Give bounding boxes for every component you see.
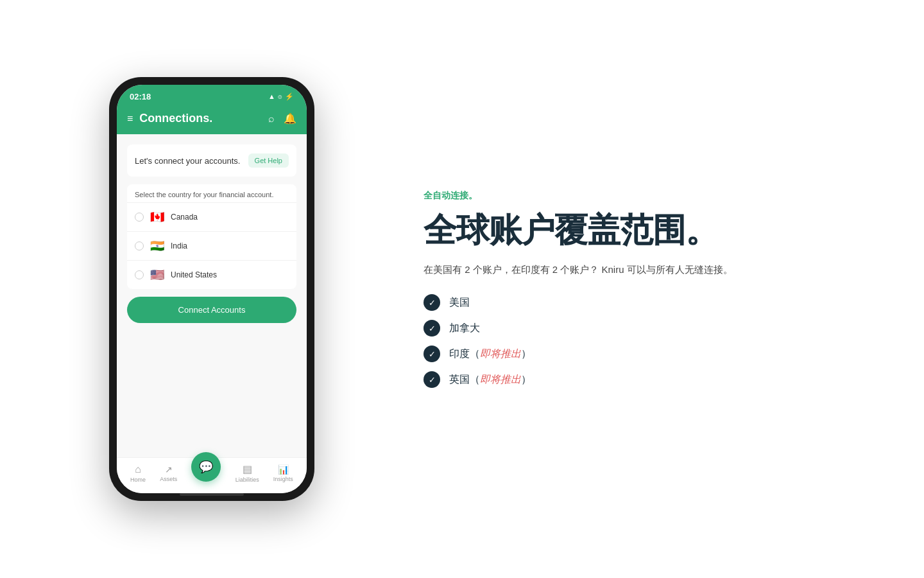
wifi-icon: ⌾ [278, 92, 282, 100]
feature-list: ✓ 美国 ✓ 加拿大 ✓ 印度（即将推出） ✓ 英国（即将推出） [424, 294, 873, 388]
connect-accounts-button[interactable]: Connect Accounts [127, 297, 296, 323]
country-item-us[interactable]: 🇺🇸 United States [127, 260, 296, 289]
content-subtitle: 全自动连接。 [424, 190, 873, 202]
menu-icon[interactable]: ≡ [127, 113, 133, 125]
feature-india: ✓ 印度（即将推出） [424, 346, 873, 362]
app-content: Let's connect your accounts. Get Help Se… [117, 134, 307, 457]
get-help-button[interactable]: Get Help [248, 153, 289, 168]
nav-home-label: Home [130, 477, 146, 483]
content-section: 全自动连接。 全球账户覆盖范围。 在美国有 2 个账户，在印度有 2 个账户？ … [372, 190, 873, 389]
connect-header: Let's connect your accounts. Get Help [127, 144, 296, 177]
nav-assets-label: Assets [160, 476, 177, 482]
feature-usa: ✓ 美国 [424, 294, 873, 311]
home-icon: ⌂ [135, 464, 141, 475]
search-icon[interactable]: ⌕ [268, 113, 275, 125]
nav-insights[interactable]: 📊 Insights [273, 464, 293, 482]
connect-header-text: Let's connect your accounts. [135, 156, 240, 166]
bottom-nav: ⌂ Home ↗ Assets 💬 ▤ Liabilities [117, 457, 307, 493]
assets-icon: ↗ [165, 464, 173, 475]
content-description: 在美国有 2 个账户，在印度有 2 个账户？ Kniru 可以与所有人无缝连接。 [424, 261, 757, 278]
canada-name: Canada [171, 213, 198, 222]
feature-uk-text: 英国（即将推出） [449, 373, 531, 387]
app-title: Connections. [139, 112, 212, 125]
nav-assets[interactable]: ↗ Assets [160, 464, 177, 482]
nav-center-button[interactable]: 💬 [191, 452, 221, 482]
battery-icon: ⚡ [285, 92, 294, 101]
main-heading: 全球账户覆盖范围。 [424, 212, 873, 249]
country-radio-india[interactable] [135, 241, 144, 250]
check-icon-canada: ✓ [424, 320, 440, 337]
signal-icon: ▲ [268, 92, 275, 100]
feature-canada: ✓ 加拿大 [424, 320, 873, 337]
country-list: 🇨🇦 Canada 🇮🇳 India 🇺🇸 [127, 202, 296, 289]
feature-canada-text: 加拿大 [449, 322, 480, 335]
header-right: ⌕ 🔔 [268, 112, 296, 125]
us-name: United States [171, 270, 217, 279]
country-section: Select the country for your financial ac… [127, 184, 296, 289]
feature-uk: ✓ 英国（即将推出） [424, 371, 873, 388]
insights-icon: 📊 [278, 464, 289, 475]
country-radio-us[interactable] [135, 270, 144, 279]
page-container: 02:18 ▲ ⌾ ⚡ ≡ Connections. ⌕ 🔔 [0, 0, 924, 578]
nav-home[interactable]: ⌂ Home [130, 464, 146, 483]
status-icons: ▲ ⌾ ⚡ [268, 92, 294, 101]
status-bar: 02:18 ▲ ⌾ ⚡ [117, 85, 307, 105]
check-icon-india: ✓ [424, 346, 440, 362]
status-time: 02:18 [130, 92, 151, 101]
nav-liabilities[interactable]: ▤ Liabilities [235, 463, 259, 483]
us-flag: 🇺🇸 [150, 268, 164, 282]
country-item-india[interactable]: 🇮🇳 India [127, 231, 296, 260]
uk-coming-soon: 即将推出 [480, 374, 521, 385]
liabilities-icon: ▤ [243, 463, 252, 475]
phone-screen: 02:18 ▲ ⌾ ⚡ ≡ Connections. ⌕ 🔔 [117, 85, 307, 493]
canada-flag: 🇨🇦 [150, 210, 164, 224]
nav-insights-label: Insights [273, 476, 293, 482]
chat-icon: 💬 [199, 460, 213, 474]
india-flag: 🇮🇳 [150, 239, 164, 253]
app-header: ≡ Connections. ⌕ 🔔 [117, 105, 307, 134]
home-indicator [180, 493, 244, 496]
feature-usa-text: 美国 [449, 296, 470, 310]
country-radio-canada[interactable] [135, 213, 144, 222]
india-name: India [171, 241, 187, 250]
check-icon-usa: ✓ [424, 294, 440, 311]
phone-section: 02:18 ▲ ⌾ ⚡ ≡ Connections. ⌕ 🔔 [51, 77, 372, 501]
country-select-label: Select the country for your financial ac… [127, 184, 296, 202]
india-coming-soon: 即将推出 [480, 348, 521, 359]
check-icon-uk: ✓ [424, 371, 440, 388]
country-item-canada[interactable]: 🇨🇦 Canada [127, 202, 296, 231]
phone-frame: 02:18 ▲ ⌾ ⚡ ≡ Connections. ⌕ 🔔 [109, 77, 314, 501]
header-left: ≡ Connections. [127, 112, 212, 125]
feature-india-text: 印度（即将推出） [449, 347, 531, 361]
notification-icon[interactable]: 🔔 [284, 112, 296, 125]
nav-liabilities-label: Liabilities [235, 477, 259, 483]
